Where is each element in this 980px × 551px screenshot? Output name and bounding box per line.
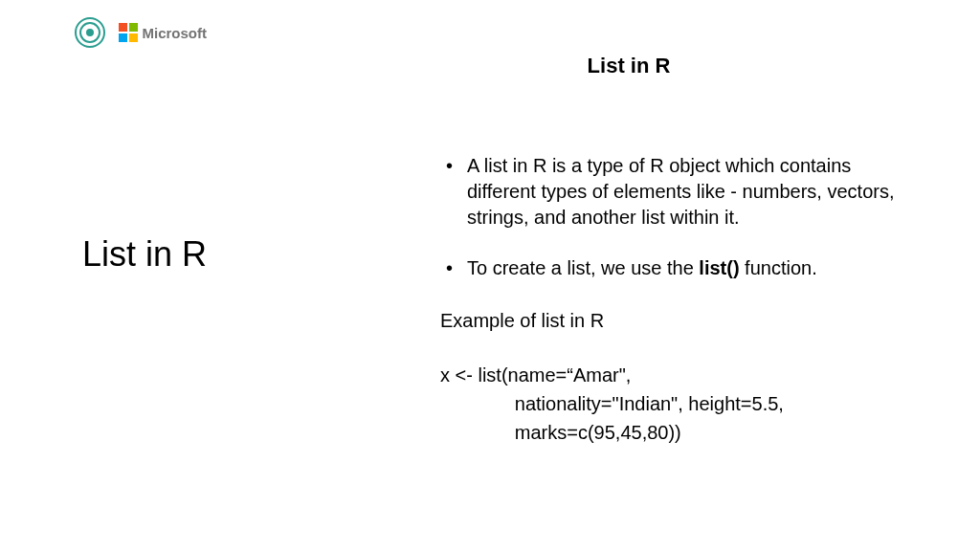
institution-emblem-icon (75, 17, 105, 48)
code-line: marks=c(95,45,80)) (440, 422, 681, 443)
content-area: A list in R is a type of R object which … (440, 153, 919, 447)
bullet-item: A list in R is a type of R object which … (440, 153, 919, 231)
bullet-text: A list in R is a type of R object which … (467, 155, 895, 228)
bullet-list: A list in R is a type of R object which … (440, 153, 919, 281)
code-block: x <- list(name=“Amar", nationality="Indi… (440, 361, 919, 447)
slide-title-top: List in R (0, 54, 980, 78)
bullet-text-bold: list() (699, 257, 739, 278)
example-heading: Example of list in R (440, 306, 919, 336)
code-line: x <- list(name=“Amar", (440, 364, 631, 386)
header-logos: Microsoft (75, 17, 207, 48)
microsoft-logo: Microsoft (119, 23, 207, 42)
microsoft-squares-icon (119, 23, 138, 42)
bullet-text-post: function. (740, 257, 817, 278)
bullet-item: To create a list, we use the list() func… (440, 255, 919, 281)
code-line: nationality="Indian", height=5.5, (440, 393, 784, 414)
microsoft-text: Microsoft (143, 25, 208, 41)
slide-heading-left: List in R (82, 234, 207, 275)
bullet-text-pre: To create a list, we use the (467, 257, 699, 278)
